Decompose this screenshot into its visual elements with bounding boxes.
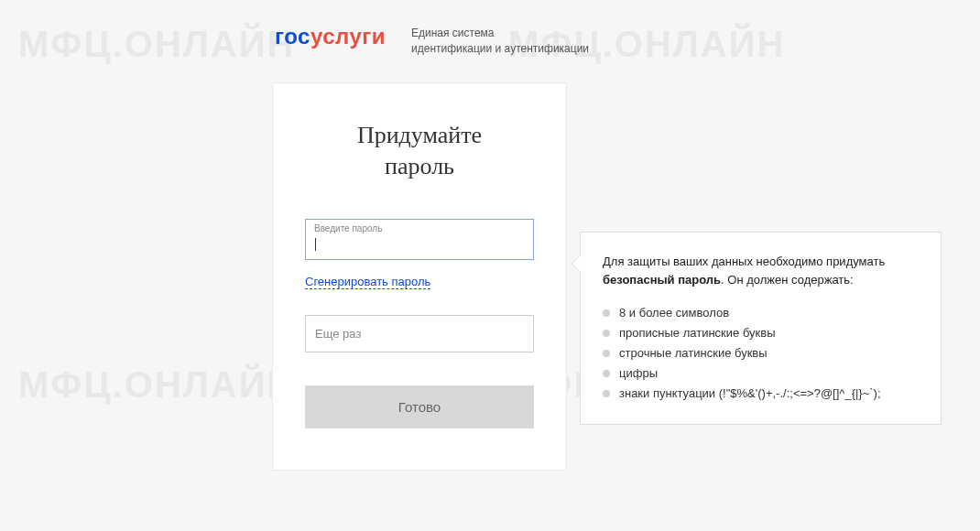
requirement-item: цифры <box>603 363 919 384</box>
requirement-item: прописные латинские буквы <box>603 323 919 343</box>
watermark-text: МФЦ.ОНЛАЙН <box>18 364 295 406</box>
confirm-input-wrapper <box>305 315 534 352</box>
logo-part-uslugi: услуги <box>310 24 386 49</box>
password-input-wrapper: Введите пароль <box>305 219 534 260</box>
submit-button[interactable]: Готово <box>305 385 534 428</box>
requirement-item: строчные латинские буквы <box>603 343 919 363</box>
generate-password-link[interactable]: Сгенерировать пароль <box>305 275 430 289</box>
confirm-password-input[interactable] <box>305 315 534 352</box>
requirement-item: 8 и более символов <box>603 303 919 323</box>
logo-part-gos: гос <box>275 24 310 49</box>
page-header: госуслуги Единая система идентификации и… <box>0 0 980 57</box>
tagline: Единая система идентификации и аутентифи… <box>411 26 589 57</box>
tooltip-description: Для защиты ваших данных необходимо приду… <box>603 253 919 288</box>
password-form-card: Придумайте пароль Введите пароль Сгенери… <box>272 82 567 471</box>
requirements-list: 8 и более символов прописные латинские б… <box>603 303 919 404</box>
password-requirements-tooltip: Для защиты ваших данных необходимо приду… <box>580 232 942 425</box>
requirement-item: знаки пунктуации (!"$%&'()+,-./:;<=>?@[]… <box>603 384 919 404</box>
logo: госуслуги <box>275 24 386 49</box>
form-title: Придумайте пароль <box>305 120 534 182</box>
text-cursor <box>315 238 316 251</box>
tooltip-arrow-icon <box>572 255 581 273</box>
password-input-label: Введите пароль <box>314 223 382 233</box>
